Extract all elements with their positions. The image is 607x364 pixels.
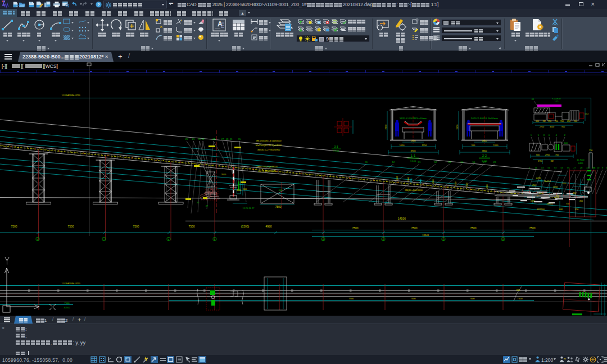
svg-text:4500: 4500 xyxy=(407,177,410,181)
svg-text:7500: 7500 xyxy=(275,205,281,208)
svg-text:55: 55 xyxy=(473,161,475,163)
svg-text:7500: 7500 xyxy=(11,225,17,228)
svg-text:1900: 1900 xyxy=(411,139,416,142)
svg-text:12: 12 xyxy=(392,161,395,163)
svg-text:52: 52 xyxy=(434,161,437,163)
svg-text:7500: 7500 xyxy=(133,225,139,228)
svg-text:11: 11 xyxy=(592,166,595,169)
svg-text:?: ? xyxy=(97,2,100,7)
svg-text:30: 30 xyxy=(197,201,200,204)
svg-text:51: 51 xyxy=(418,161,421,163)
svg-text:B=650: B=650 xyxy=(544,180,550,183)
svg-text:11 25 26 27: 11 25 26 27 xyxy=(243,207,255,210)
svg-text:7500: 7500 xyxy=(410,297,416,300)
svg-text:1J#JSA530M+8750: 1J#JSA530M+8750 xyxy=(61,283,80,285)
svg-text:950: 950 xyxy=(472,144,475,147)
svg-text:1: 1 xyxy=(531,134,532,136)
svg-text:7500: 7500 xyxy=(517,297,523,300)
svg-text:1M=2500(45)=98500: 1M=2500(45)=98500 xyxy=(256,165,278,168)
svg-text:28: 28 xyxy=(580,166,583,169)
svg-text:1:100: 1:100 xyxy=(482,160,488,162)
svg-text:7500: 7500 xyxy=(469,297,475,300)
svg-text:12: 12 xyxy=(442,238,445,241)
svg-text:950: 950 xyxy=(561,126,565,128)
svg-text:11: 11 xyxy=(365,161,368,163)
svg-text:18: 18 xyxy=(226,138,229,140)
svg-text:8: 8 xyxy=(168,238,170,241)
svg-text:4M,(3.00)=24000: 4M,(3.00)=24000 xyxy=(258,170,276,172)
svg-text:1600: 1600 xyxy=(482,139,488,142)
svg-text:650: 650 xyxy=(567,120,570,122)
svg-text:1:100: 1:100 xyxy=(410,160,416,162)
svg-text:7500: 7500 xyxy=(411,226,417,230)
svg-text:3800: 3800 xyxy=(482,149,488,152)
svg-text:7500: 7500 xyxy=(352,226,358,230)
svg-text:750: 750 xyxy=(589,149,592,152)
svg-text:4500: 4500 xyxy=(455,181,457,186)
svg-text:20: 20 xyxy=(185,138,188,140)
svg-text:2750: 2750 xyxy=(538,160,542,162)
svg-text:4500: 4500 xyxy=(432,179,434,184)
svg-text:7500: 7500 xyxy=(64,302,70,304)
svg-text:750: 750 xyxy=(555,154,559,156)
svg-text:27: 27 xyxy=(221,138,224,140)
svg-text:600: 600 xyxy=(564,142,568,144)
svg-text:25: 25 xyxy=(230,138,233,140)
svg-text:2950: 2950 xyxy=(545,154,550,156)
svg-text:7500: 7500 xyxy=(529,226,535,230)
svg-text:28: 28 xyxy=(493,161,496,163)
svg-text:7500: 7500 xyxy=(470,226,476,230)
svg-text:1-1: 1-1 xyxy=(411,154,415,157)
svg-text:2: 2 xyxy=(529,166,531,169)
svg-text:5M(30+4)=19000: 5M(30+4)=19000 xyxy=(405,189,423,192)
svg-text:2-2: 2-2 xyxy=(482,154,487,157)
svg-text:1950: 1950 xyxy=(422,144,428,147)
svg-text:2250: 2250 xyxy=(536,177,541,179)
svg-text:15: 15 xyxy=(238,138,241,140)
svg-text:54: 54 xyxy=(560,166,563,169)
svg-text:7500: 7500 xyxy=(67,225,74,228)
svg-text:450: 450 xyxy=(579,200,583,202)
svg-text:19943: 19943 xyxy=(422,234,429,236)
svg-text:11.7000: 11.7000 xyxy=(577,159,584,161)
svg-text:1J#JSA530M+8750: 1J#JSA530M+8750 xyxy=(61,94,80,97)
svg-text:21: 21 xyxy=(192,138,195,140)
svg-text:11: 11 xyxy=(534,166,537,169)
svg-text:9: 9 xyxy=(602,166,604,169)
svg-text:13: 13 xyxy=(502,238,505,241)
svg-text:10: 10 xyxy=(322,238,325,241)
svg-text:1:100: 1:100 xyxy=(333,149,339,152)
svg-text:7500: 7500 xyxy=(188,225,194,228)
svg-text:7: 7 xyxy=(103,238,105,241)
svg-text:3M: 3M xyxy=(551,160,554,162)
svg-text:4980: 4980 xyxy=(265,225,271,228)
svg-text:3200: 3200 xyxy=(550,126,554,128)
svg-text:1050: 1050 xyxy=(400,144,405,147)
svg-text:600: 600 xyxy=(536,154,540,156)
svg-text:1:75: 1:75 xyxy=(555,101,559,103)
svg-text:A: A xyxy=(218,20,223,28)
svg-text:54: 54 xyxy=(461,161,464,163)
svg-text:1950: 1950 xyxy=(493,144,499,147)
svg-text:43: 43 xyxy=(541,166,544,169)
svg-text:M=2500(30+13.5)=24000: M=2500(30+13.5)=24000 xyxy=(256,144,282,147)
svg-text:37: 37 xyxy=(206,204,209,207)
svg-text:11: 11 xyxy=(198,138,201,140)
svg-text:4M,2500(30+4.5)=34500: 4M,2500(30+4.5)=34500 xyxy=(256,139,282,142)
svg-text:4500: 4500 xyxy=(466,183,468,187)
svg-text:65: 65 xyxy=(532,98,534,101)
svg-text:650: 650 xyxy=(563,183,566,185)
svg-text:1450: 1450 xyxy=(553,186,558,188)
svg-text:14500: 14500 xyxy=(398,217,406,220)
svg-text:][WCS]: ][WCS] xyxy=(43,63,58,69)
svg-text:13: 13 xyxy=(202,138,205,140)
svg-text:2M: 2M xyxy=(543,120,546,122)
svg-text:53: 53 xyxy=(554,166,557,169)
svg-text:2930: 2930 xyxy=(384,124,387,130)
svg-text:R30: R30 xyxy=(517,289,520,292)
svg-text:11: 11 xyxy=(382,238,385,241)
svg-text:7500: 7500 xyxy=(348,297,354,300)
svg-text:600: 600 xyxy=(243,188,247,190)
svg-text:3M(30.5+27.9)=24900: 3M(30.5+27.9)=24900 xyxy=(257,148,280,151)
svg-text:3900: 3900 xyxy=(411,149,416,152)
